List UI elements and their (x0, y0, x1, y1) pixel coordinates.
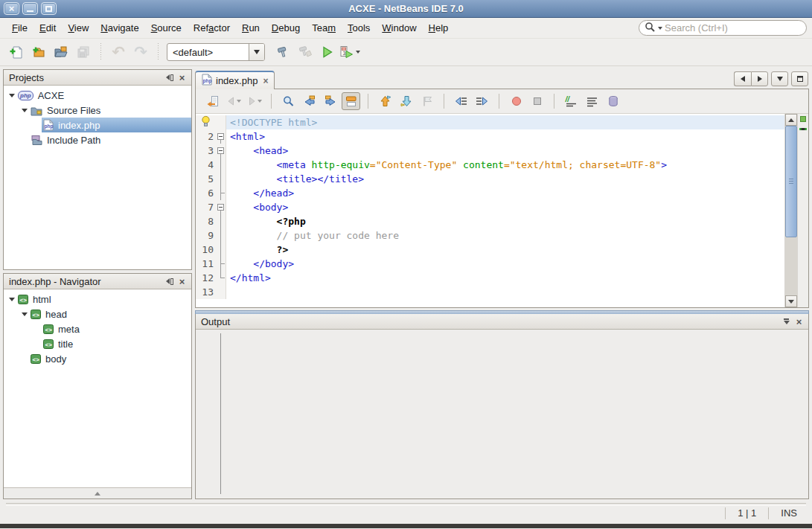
stop-macro-button[interactable] (528, 92, 546, 110)
comment-lines-button[interactable]: // (562, 92, 581, 110)
new-project-icon (32, 45, 45, 59)
uncomment-lines-button[interactable] (583, 92, 601, 110)
menu-team[interactable]: Team (306, 19, 342, 36)
hint-mark[interactable] (799, 128, 807, 130)
menu-file[interactable]: File (6, 19, 33, 36)
menu-tools[interactable]: Tools (342, 19, 376, 36)
menu-edit[interactable]: Edit (33, 19, 62, 36)
find-selection-button[interactable] (279, 92, 298, 110)
tree-item-label: body (45, 353, 66, 365)
menu-navigate[interactable]: Navigate (95, 19, 144, 36)
scroll-right-button[interactable] (751, 71, 768, 86)
run-project-button[interactable] (317, 42, 338, 62)
chevron-down-icon[interactable] (249, 44, 264, 60)
tree-item-label: ACXE (38, 90, 64, 101)
memory-view-button[interactable] (604, 92, 622, 110)
project-item-index-php[interactable]: phpindex.php (4, 118, 191, 132)
shift-line-left-button[interactable] (452, 92, 470, 110)
code-line-6[interactable]: 6 </head> (196, 186, 784, 200)
code-line-13[interactable]: 13 (196, 285, 784, 299)
code-area[interactable]: <!DOCTYPE html>2<html>3 <head>4 <meta ht… (196, 114, 784, 307)
menu-help[interactable]: Help (423, 19, 455, 36)
navigator-filter-bar[interactable] (4, 487, 191, 498)
scroll-left-button[interactable] (734, 71, 751, 86)
expander-icon[interactable] (19, 109, 29, 112)
project-item-include-path[interactable]: Include Path (4, 132, 191, 147)
debug-project-button[interactable]: 3 (339, 42, 360, 62)
search-input[interactable] (665, 22, 799, 33)
code-fold-toggle[interactable] (216, 200, 226, 214)
code-line-4[interactable]: 4 <meta http-equiv="Content-Type" conten… (196, 158, 784, 172)
config-select[interactable]: <default> (167, 43, 265, 61)
navigator-item-meta[interactable]: <>meta (4, 321, 191, 336)
code-line-8[interactable]: 8 <?php (196, 214, 784, 228)
tab-index-php[interactable]: php index.php × (195, 71, 275, 89)
error-stripe[interactable] (797, 114, 808, 307)
code-fold-toggle[interactable] (216, 144, 226, 158)
navigator-item-title[interactable]: <>title (4, 336, 191, 351)
menu-debug[interactable]: Debug (266, 19, 306, 36)
code-line-3[interactable]: 3 <head> (196, 144, 784, 158)
toggle-highlight-button[interactable] (342, 92, 360, 110)
last-edit-location-button[interactable] (203, 92, 222, 110)
expander-icon[interactable] (7, 94, 16, 97)
navigator-item-html[interactable]: <>html (4, 292, 191, 307)
tree-row-content: <>title (42, 336, 191, 351)
find-previous-button[interactable] (300, 92, 319, 110)
tree-item-label: head (45, 309, 67, 320)
find-next-button[interactable] (321, 92, 339, 110)
code-line-2[interactable]: 2<html> (196, 129, 784, 144)
previous-bookmark-button[interactable] (376, 92, 394, 110)
menu-source[interactable]: Source (145, 19, 188, 36)
close-panel-button[interactable]: × (176, 71, 188, 83)
new-project-button[interactable] (28, 42, 49, 62)
code-line-9[interactable]: 9 // put your code here (196, 228, 784, 243)
undo-icon: ↶ (112, 45, 125, 60)
scroll-down-button[interactable] (785, 295, 797, 307)
code-line-10[interactable]: 10 ?> (196, 243, 784, 257)
shift-line-right-button[interactable] (473, 92, 491, 110)
close-icon: × (179, 73, 185, 83)
menu-refactor[interactable]: Refactor (188, 19, 236, 36)
code-line-7[interactable]: 7 <body> (196, 200, 784, 214)
menu-run[interactable]: Run (236, 19, 266, 36)
menu-window[interactable]: Window (376, 19, 422, 36)
titlebar[interactable]: × ACXE - NetBeans IDE 7.0 (0, 0, 812, 18)
build-project-button[interactable] (272, 42, 293, 62)
open-project-button[interactable] (51, 42, 71, 62)
minimize-panel-button[interactable] (163, 71, 176, 83)
scrollbar-track[interactable] (785, 126, 797, 295)
scrollbar-thumb[interactable] (785, 126, 797, 237)
close-panel-button[interactable]: × (176, 275, 188, 287)
expander-icon[interactable] (7, 298, 16, 301)
output-body[interactable] (196, 330, 808, 498)
scroll-up-button[interactable] (785, 114, 797, 126)
navigator-item-head[interactable]: <>head (4, 307, 191, 321)
window-menu-button[interactable] (780, 315, 793, 327)
next-bookmark-button[interactable] (397, 92, 415, 110)
code-text: <!DOCTYPE html> (226, 115, 784, 129)
code-line-11[interactable]: 11 </body> (196, 257, 784, 271)
expander-icon[interactable] (19, 312, 29, 316)
record-macro-button[interactable] (507, 92, 525, 110)
code-line-1[interactable]: <!DOCTYPE html> (196, 115, 784, 129)
code-fold-line (216, 172, 226, 186)
navigator-item-body[interactable]: <>body (4, 351, 191, 366)
maximize-window-button[interactable] (791, 71, 808, 86)
maximize-window-button[interactable] (41, 2, 57, 15)
quick-search-box[interactable] (639, 20, 807, 36)
close-window-button[interactable]: × (4, 2, 19, 15)
vertical-scrollbar[interactable] (784, 114, 797, 307)
project-item-source-files[interactable]: Source Files (4, 103, 191, 118)
menu-view[interactable]: View (62, 19, 95, 36)
minimize-window-button[interactable] (22, 2, 38, 15)
close-panel-button[interactable]: × (793, 315, 805, 327)
code-fold-toggle[interactable] (216, 129, 226, 144)
close-tab-icon[interactable]: × (263, 77, 268, 86)
minimize-panel-button[interactable] (163, 275, 176, 287)
code-line-12[interactable]: 12</html> (196, 271, 784, 285)
tab-list-button[interactable] (771, 71, 788, 86)
project-item-acxe[interactable]: phpACXE (4, 88, 191, 103)
new-file-button[interactable] (6, 42, 27, 62)
code-line-5[interactable]: 5 <title></title> (196, 172, 784, 186)
